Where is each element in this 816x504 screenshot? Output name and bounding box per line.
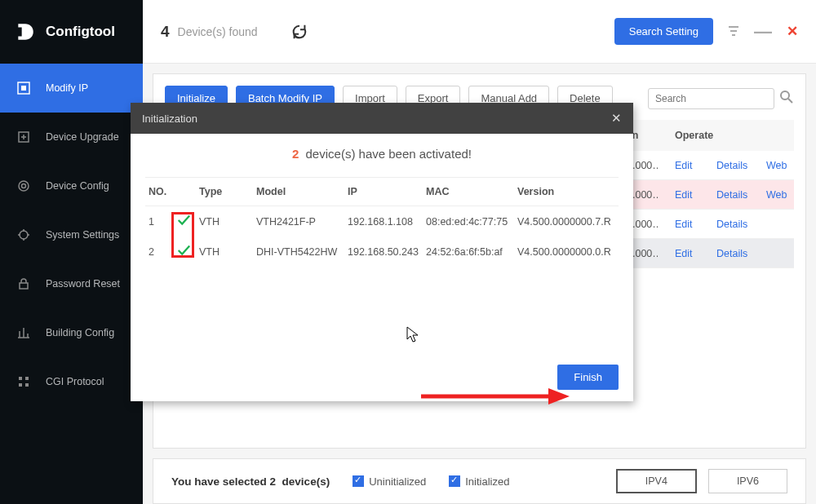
finish-button[interactable]: Finish bbox=[557, 365, 619, 390]
search-icon[interactable] bbox=[779, 90, 794, 107]
device-row: 2 VTH DHI-VTH5422HW 192.168.50.243 24:52… bbox=[145, 237, 619, 267]
app-name: Configtool bbox=[46, 24, 115, 40]
modal-title-bar: Initialization ✕ bbox=[131, 103, 633, 134]
footer: You have selected 2 device(s) Uninitiali… bbox=[153, 458, 806, 504]
sidebar-item-password-reset[interactable]: Password Reset bbox=[0, 259, 143, 308]
sidebar-item-label: Building Config bbox=[46, 327, 114, 338]
device-table: NO. Type Model IP MAC Version 1 VTH VTH2… bbox=[145, 177, 619, 267]
search-input[interactable] bbox=[648, 88, 774, 109]
modal-close-icon[interactable]: ✕ bbox=[611, 111, 622, 126]
initialized-checkbox[interactable]: Initialized bbox=[449, 475, 509, 488]
sidebar-item-device-config[interactable]: Device Config bbox=[0, 161, 143, 210]
edit-link[interactable]: Edit bbox=[675, 219, 699, 230]
modal-message: 2 device(s) have been activated! bbox=[145, 147, 619, 161]
svg-rect-1 bbox=[21, 86, 26, 91]
close-icon[interactable]: ✕ bbox=[787, 23, 798, 40]
check-icon bbox=[173, 237, 196, 267]
web-link[interactable]: Web bbox=[766, 160, 789, 171]
sidebar-item-label: Device Config bbox=[46, 180, 109, 192]
search-setting-button[interactable]: Search Setting bbox=[614, 18, 713, 45]
sidebar: Configtool Modify IP Device Upgrade Devi… bbox=[0, 0, 143, 504]
svg-rect-9 bbox=[19, 383, 22, 387]
logo-area: Configtool bbox=[0, 0, 143, 64]
device-row: 1 VTH VTH2421F-P 192.168.1.108 08:ed:ed:… bbox=[145, 206, 619, 237]
gear-icon bbox=[16, 228, 31, 242]
edit-link[interactable]: Edit bbox=[675, 248, 699, 259]
modify-ip-icon bbox=[16, 81, 31, 95]
initialization-modal: Initialization ✕ 2 device(s) have been a… bbox=[131, 103, 633, 401]
col-no: NO. bbox=[145, 178, 173, 206]
svg-rect-7 bbox=[19, 377, 22, 380]
device-found-label: Device(s) found bbox=[178, 25, 258, 38]
sidebar-item-label: CGI Protocol bbox=[46, 376, 104, 387]
col-type: Type bbox=[196, 178, 253, 206]
svg-point-4 bbox=[22, 184, 26, 188]
svg-point-11 bbox=[781, 91, 789, 99]
sidebar-item-label: Device Upgrade bbox=[46, 131, 119, 143]
uninitialized-checkbox[interactable]: Uninitialized bbox=[353, 475, 426, 488]
col-operate: Operate bbox=[675, 130, 789, 141]
sidebar-item-system-settings[interactable]: System Settings bbox=[0, 210, 143, 259]
ipv4-button[interactable]: IPV4 bbox=[616, 469, 697, 493]
ipv6-button[interactable]: IPV6 bbox=[708, 469, 787, 493]
checkbox-icon bbox=[353, 475, 364, 487]
col-model: Model bbox=[253, 178, 344, 206]
header: 4 Device(s) found Search Setting — ✕ bbox=[143, 0, 816, 64]
details-link[interactable]: Details bbox=[716, 248, 749, 259]
device-count: 4 bbox=[161, 23, 170, 41]
logo-icon bbox=[15, 21, 36, 42]
check-icon bbox=[173, 206, 196, 237]
config-icon bbox=[16, 179, 31, 193]
minimize-icon[interactable]: — bbox=[754, 21, 772, 42]
sidebar-item-cgi-protocol[interactable]: CGI Protocol bbox=[0, 357, 143, 406]
selected-text: You have selected 2 device(s) bbox=[171, 475, 330, 488]
edit-link[interactable]: Edit bbox=[675, 189, 699, 201]
col-version: Version bbox=[514, 178, 619, 206]
upgrade-icon bbox=[16, 130, 31, 144]
svg-point-5 bbox=[20, 231, 28, 239]
details-link[interactable]: Details bbox=[716, 160, 749, 171]
modal-title: Initialization bbox=[142, 113, 197, 125]
building-icon bbox=[16, 325, 31, 340]
grid-icon bbox=[16, 374, 31, 389]
details-link[interactable]: Details bbox=[716, 189, 749, 201]
sidebar-item-label: System Settings bbox=[46, 229, 119, 241]
svg-rect-10 bbox=[25, 383, 29, 387]
sidebar-item-device-upgrade[interactable]: Device Upgrade bbox=[0, 113, 143, 161]
sidebar-item-label: Password Reset bbox=[46, 278, 120, 290]
sidebar-item-label: Modify IP bbox=[46, 82, 88, 94]
svg-rect-6 bbox=[20, 283, 28, 289]
sidebar-item-modify-ip[interactable]: Modify IP bbox=[0, 64, 143, 113]
svg-point-3 bbox=[19, 181, 29, 191]
details-link[interactable]: Details bbox=[716, 219, 749, 230]
edit-link[interactable]: Edit bbox=[675, 160, 699, 171]
sidebar-item-building-config[interactable]: Building Config bbox=[0, 308, 143, 357]
filter-icon[interactable] bbox=[728, 25, 739, 38]
svg-rect-8 bbox=[25, 377, 29, 380]
col-mac: MAC bbox=[423, 178, 514, 206]
web-link[interactable]: Web bbox=[766, 189, 789, 201]
lock-icon bbox=[16, 276, 31, 291]
refresh-icon[interactable] bbox=[290, 23, 308, 41]
col-ip: IP bbox=[344, 178, 423, 206]
checkbox-icon bbox=[449, 475, 460, 487]
